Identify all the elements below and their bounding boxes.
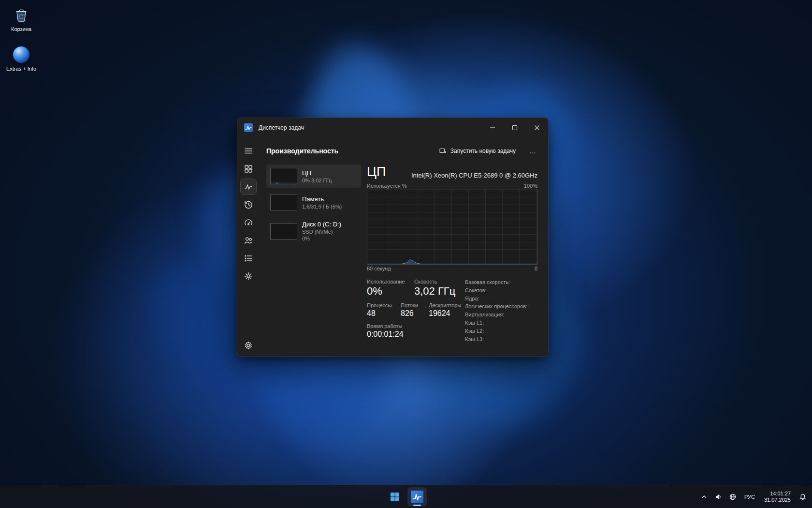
task-manager-app-icon xyxy=(244,123,253,132)
handles-value: 19624 xyxy=(429,309,461,318)
perf-item-name: Память xyxy=(302,195,342,203)
info-label: Кэш L3: xyxy=(465,335,484,344)
run-new-task-button[interactable]: Запустить новую задачу xyxy=(434,144,521,158)
sidebar-item-app-history[interactable] xyxy=(241,197,256,212)
window-controls xyxy=(481,118,548,137)
usage-value: 0% xyxy=(367,285,414,298)
desktop-icon-recycle-bin[interactable]: Корзина xyxy=(0,6,43,32)
cpu-usage-series xyxy=(367,190,537,264)
run-new-task-label: Запустить новую задачу xyxy=(450,148,516,154)
uptime-value: 0:00:01:24 xyxy=(367,329,404,339)
desktop-icon-label: Extras + Info xyxy=(0,66,43,72)
page-title: Производительность xyxy=(266,147,338,155)
threads-value: 826 xyxy=(401,309,429,318)
settings-icon xyxy=(244,341,253,350)
chevron-up-icon xyxy=(701,493,708,500)
performance-page: Производительность Запустить новую задач… xyxy=(260,137,548,356)
processes-icon xyxy=(244,164,253,174)
performance-icon xyxy=(244,182,253,192)
perf-item-name: Диск 0 (C: D:) xyxy=(302,220,341,228)
chart-axis-max-label: 100% xyxy=(524,183,537,189)
network-button[interactable] xyxy=(726,487,739,507)
info-label: Логических процессоров: xyxy=(465,302,527,311)
sidebar-item-services[interactable] xyxy=(241,269,256,284)
clock-time: 14:01:27 xyxy=(764,491,791,497)
details-icon xyxy=(244,254,253,263)
info-label: Виртуализация: xyxy=(465,311,504,319)
notifications-button[interactable] xyxy=(797,487,809,507)
task-manager-window: Диспетчер задач xyxy=(237,118,549,357)
language-indicator[interactable]: РУС xyxy=(741,487,758,507)
tray-overflow-button[interactable] xyxy=(698,487,710,507)
titlebar[interactable]: Диспетчер задач xyxy=(237,118,548,137)
desktop-icon-extras-info[interactable]: Extras + Info xyxy=(0,45,43,72)
cpu-mini-graph xyxy=(270,168,297,184)
performance-metric-list: ЦП 0% 3,02 ГГц Память 1,6/31,9 ГБ (5%) xyxy=(266,164,361,356)
hamburger-icon xyxy=(244,146,253,156)
disk-mini-graph xyxy=(270,223,297,239)
clock-date: 31.07.2025 xyxy=(764,497,791,503)
extras-info-icon xyxy=(12,45,30,64)
recycle-bin-icon xyxy=(12,6,30,24)
handles-label: Дескрипторы xyxy=(429,302,461,309)
cpu-detail-panel: ЦП Intel(R) Xeon(R) CPU E5-2689 0 @ 2.60… xyxy=(361,164,548,356)
perf-item-detail: 1,6/31,9 ГБ (5%) xyxy=(302,203,342,210)
sidebar-item-startup-apps[interactable] xyxy=(241,215,256,230)
info-label: Ядра: xyxy=(465,295,479,303)
cpu-detail-title: ЦП xyxy=(367,164,386,179)
cpu-stats: Использование 0% Скорость 3,02 ГГц xyxy=(367,278,465,356)
task-manager-sidebar xyxy=(237,137,260,356)
perf-item-disk0[interactable]: Диск 0 (C: D:) SSD (NVMe) 0% xyxy=(266,217,361,245)
info-label: Базовая скорость: xyxy=(465,278,510,286)
info-label: Сокетов: xyxy=(465,286,487,295)
cpu-usage-chart[interactable] xyxy=(367,190,537,265)
window-title: Диспетчер задач xyxy=(259,124,304,131)
taskbar-item-task-manager[interactable] xyxy=(407,487,427,507)
task-manager-taskbar-icon xyxy=(411,491,423,503)
info-label: Кэш L1: xyxy=(465,319,484,327)
chart-axis-usage-label: Используется % xyxy=(367,183,407,189)
volume-icon xyxy=(714,493,722,501)
sidebar-item-users[interactable] xyxy=(241,233,256,248)
sidebar-item-processes[interactable] xyxy=(241,161,256,177)
sidebar-item-settings[interactable] xyxy=(241,338,256,353)
new-task-icon xyxy=(439,147,447,155)
taskbar-clock[interactable]: 14:01:27 31.07.2025 xyxy=(760,491,795,503)
taskbar: РУС 14:01:27 31.07.2025 xyxy=(0,485,812,508)
threads-label: Потоки xyxy=(401,302,429,309)
more-options-button[interactable]: … xyxy=(524,145,541,157)
perf-item-detail2: 0% xyxy=(302,235,341,242)
processes-value: 48 xyxy=(367,309,401,318)
network-icon xyxy=(729,493,737,501)
perf-item-detail: SSD (NVMe) xyxy=(302,228,341,235)
perf-item-memory[interactable]: Память 1,6/31,9 ГБ (5%) xyxy=(266,191,361,214)
perf-item-detail: 0% 3,02 ГГц xyxy=(302,177,332,184)
desktop-icon-label: Корзина xyxy=(0,26,43,32)
uptime-label: Время работы xyxy=(367,323,404,329)
startup-apps-icon xyxy=(244,218,253,227)
close-button[interactable] xyxy=(526,118,548,137)
users-icon xyxy=(244,236,253,245)
services-icon xyxy=(244,271,253,281)
maximize-button[interactable] xyxy=(504,118,526,137)
perf-item-name: ЦП xyxy=(302,169,332,177)
cpu-model-name: Intel(R) Xeon(R) CPU E5-2689 0 @ 2.60GHz xyxy=(411,172,537,179)
volume-button[interactable] xyxy=(712,487,725,507)
sidebar-item-performance[interactable] xyxy=(241,179,256,194)
windows-start-icon xyxy=(389,491,401,503)
usage-label: Использование xyxy=(367,278,414,285)
start-button[interactable] xyxy=(385,487,405,507)
chart-axis-time-label: 60 секунд xyxy=(367,266,391,271)
bell-icon xyxy=(799,493,807,501)
speed-value: 3,02 ГГц xyxy=(414,285,455,298)
chart-axis-zero-label: 0 xyxy=(535,266,537,271)
memory-mini-graph xyxy=(270,194,297,210)
sidebar-menu-toggle[interactable] xyxy=(241,143,256,159)
cpu-spec-info: Базовая скорость: Сокетов: Ядра: Логичес… xyxy=(465,278,537,356)
system-tray: РУС 14:01:27 31.07.2025 xyxy=(698,485,809,508)
speed-label: Скорость xyxy=(414,278,455,285)
perf-item-cpu[interactable]: ЦП 0% 3,02 ГГц xyxy=(266,164,361,188)
processes-label: Процессы xyxy=(367,302,401,309)
minimize-button[interactable] xyxy=(481,118,504,137)
sidebar-item-details[interactable] xyxy=(241,251,256,266)
